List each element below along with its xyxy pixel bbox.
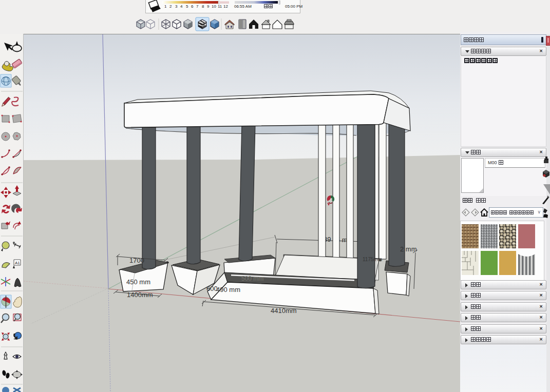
svg-text:490 mm: 490 mm — [216, 286, 240, 293]
svg-text:1175mm: 1175mm — [363, 257, 382, 262]
svg-text:1700: 1700 — [129, 257, 144, 264]
svg-text:A1: A1 — [15, 261, 20, 265]
svg-text:500 mm: 500 mm — [241, 275, 263, 282]
svg-text:450 mm: 450 mm — [126, 278, 150, 286]
svg-text:1400mm: 1400mm — [127, 291, 153, 299]
svg-text:4410mm: 4410mm — [271, 307, 297, 315]
svg-text:2 mm: 2 mm — [400, 245, 417, 253]
